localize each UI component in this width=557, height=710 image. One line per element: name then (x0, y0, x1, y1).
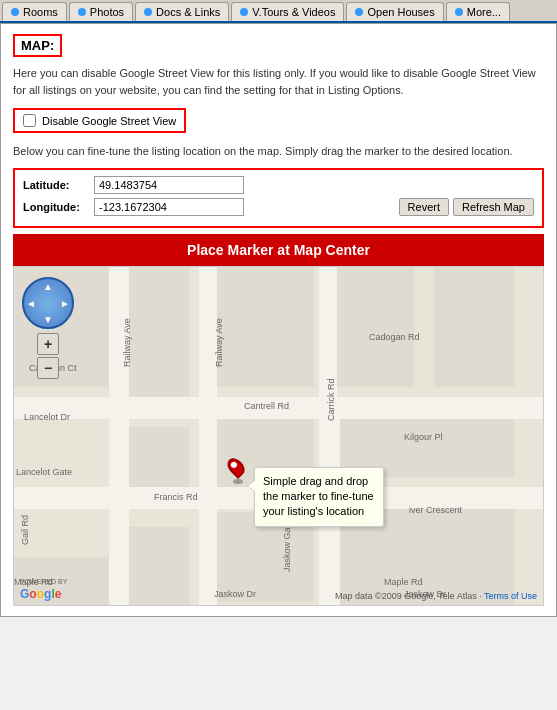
google-o1: o (29, 587, 36, 601)
nav-right-arrow[interactable]: ► (60, 297, 70, 308)
disable-street-view-label: Disable Google Street View (42, 115, 176, 127)
tooltip-text: Simple drag and drop the marker to fine-… (263, 475, 374, 518)
zoom-in-button[interactable]: + (37, 333, 59, 355)
coordinates-container: Latitude: Longitude: Revert Refresh Map (13, 168, 544, 228)
google-g1: G (20, 587, 29, 601)
tab-docs[interactable]: Docs & Links (135, 2, 229, 21)
latitude-row: Latitude: (23, 176, 534, 194)
cantrell-rd-label: Cantrell Rd (244, 401, 289, 411)
fine-tune-description: Below you can fine-tune the listing loca… (13, 143, 544, 160)
tab-dot-more (455, 8, 463, 16)
disable-street-view-container: Disable Google Street View (13, 108, 186, 133)
powered-by-container: POWERED BY Google (20, 578, 67, 600)
maple-rd-label-2: Maple Rd (384, 577, 423, 587)
francis-rd-label: Francis Rd (154, 492, 198, 502)
lancelot-gate-label: Lancelot Gate (16, 467, 72, 477)
latitude-input[interactable] (94, 176, 244, 194)
zoom-controls: + − (37, 333, 59, 381)
nav-down-arrow[interactable]: ▼ (43, 314, 53, 325)
tab-more[interactable]: More... (446, 2, 510, 21)
cadogan-rd-label: Cadogan Rd (369, 332, 420, 342)
tab-openhouses-label: Open Houses (367, 6, 434, 18)
nav-left-arrow[interactable]: ◄ (26, 297, 36, 308)
carrick-rd-label: Carrick Rd (326, 378, 336, 421)
disable-street-view-checkbox[interactable] (23, 114, 36, 127)
zoom-out-button[interactable]: − (37, 357, 59, 379)
latitude-label: Latitude: (23, 179, 88, 191)
jaskow-dr-label-1: Jaskow Dr (214, 589, 256, 599)
map-data-text: Map data ©2009 Google, Tele Atlas · (335, 591, 484, 601)
google-logo: Google (20, 587, 67, 601)
main-content: MAP: Here you can disable Google Street … (0, 23, 557, 617)
map-block (434, 267, 514, 387)
railway-ave-label-2: Railway Ave (214, 318, 224, 367)
lancelot-dr-label: Lancelot Dr (24, 412, 70, 422)
nav-up-arrow[interactable]: ▲ (43, 281, 53, 292)
coord-buttons: Revert Refresh Map (399, 198, 534, 216)
map-tooltip: Simple drag and drop the marker to fine-… (254, 467, 384, 527)
railway-ave-label-1: Railway Ave (122, 318, 132, 367)
map-block (124, 267, 189, 407)
terms-of-use-link[interactable]: Terms of Use (484, 591, 537, 601)
tooltip-arrow (247, 480, 255, 492)
tab-vtours[interactable]: V.Tours & Videos (231, 2, 344, 21)
jaskow-gate-label: Jaskow Gate (282, 519, 292, 571)
kilgour-pl-label: Kilgour Pl (404, 432, 443, 442)
google-e: e (55, 587, 62, 601)
longitude-input[interactable] (94, 198, 244, 216)
tab-dot-vtours (240, 8, 248, 16)
revert-button[interactable]: Revert (399, 198, 449, 216)
map-footer: POWERED BY Google (20, 578, 67, 600)
tab-vtours-label: V.Tours & Videos (252, 6, 335, 18)
iver-crescent-label: iver Crescent (409, 505, 462, 515)
longitude-label: Longitude: (23, 201, 88, 213)
tab-more-label: More... (467, 6, 501, 18)
tab-openhouses[interactable]: Open Houses (346, 2, 443, 21)
tab-rooms-label: Rooms (23, 6, 58, 18)
map-navigation-controls: ▲ ▼ ◄ ► + − (22, 277, 74, 381)
tab-photos-label: Photos (90, 6, 124, 18)
tab-bar: Rooms Photos Docs & Links V.Tours & Vide… (0, 0, 557, 23)
nav-circle[interactable]: ▲ ▼ ◄ ► (22, 277, 74, 329)
tab-rooms[interactable]: Rooms (2, 2, 67, 21)
tab-dot-openhouses (355, 8, 363, 16)
tab-dot-rooms (11, 8, 19, 16)
map-block (334, 267, 414, 387)
place-marker-button[interactable]: Place Marker at Map Center (13, 234, 544, 266)
longitude-row: Longitude: Revert Refresh Map (23, 198, 534, 216)
gail-rd-label: Gail Rd (20, 514, 30, 544)
tab-dot-docs (144, 8, 152, 16)
tab-dot-photos (78, 8, 86, 16)
map-marker[interactable] (229, 457, 243, 484)
marker-shadow (233, 479, 243, 484)
map-block (124, 527, 189, 606)
google-o2: o (37, 587, 44, 601)
tab-docs-label: Docs & Links (156, 6, 220, 18)
powered-by-text: POWERED BY (20, 578, 67, 586)
map-block (214, 267, 314, 387)
map-container[interactable]: Railway Ave Railway Ave Cantrell Rd Carr… (13, 266, 544, 606)
street-view-description: Here you can disable Google Street View … (13, 65, 544, 98)
tab-photos[interactable]: Photos (69, 2, 133, 21)
refresh-map-button[interactable]: Refresh Map (453, 198, 534, 216)
map-attribution: Map data ©2009 Google, Tele Atlas · Term… (335, 591, 537, 601)
map-section-label: MAP: (13, 34, 62, 57)
